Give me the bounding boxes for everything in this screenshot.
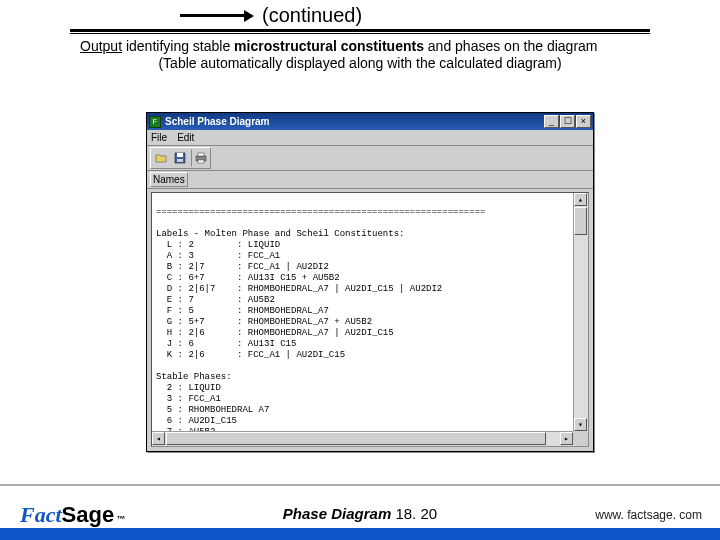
printer-icon	[195, 152, 207, 164]
vertical-scrollbar[interactable]: ▴ ▾	[573, 193, 588, 431]
app-icon: F	[149, 116, 161, 128]
continued-label: (continued)	[262, 4, 362, 27]
header-rule	[70, 29, 650, 34]
svg-rect-5	[198, 160, 204, 163]
arrow-head-icon	[244, 10, 254, 22]
arrow-line-icon	[180, 14, 244, 17]
description-line-1: Output identifying stable microstructura…	[80, 38, 650, 54]
floppy-disk-icon	[174, 152, 186, 164]
svg-rect-1	[177, 153, 183, 157]
label-row: Names	[147, 171, 593, 189]
client-area: ========================================…	[151, 192, 589, 447]
minimize-button[interactable]: _	[544, 115, 559, 128]
footer-blue-bar	[0, 528, 720, 540]
folder-open-icon	[155, 152, 167, 164]
footer-url: www. factsage. com	[595, 508, 702, 522]
menu-edit[interactable]: Edit	[177, 132, 194, 143]
scroll-down-button[interactable]: ▾	[574, 418, 587, 431]
svg-rect-4	[198, 153, 204, 156]
output-underline: Output	[80, 38, 122, 54]
save-button[interactable]	[171, 149, 189, 167]
close-button[interactable]: ×	[576, 115, 591, 128]
horizontal-scroll-thumb[interactable]	[166, 432, 546, 445]
maximize-button[interactable]: ☐	[560, 115, 575, 128]
window-title: Scheil Phase Diagram	[165, 116, 544, 127]
menubar: File Edit	[147, 130, 593, 146]
phase-diagram-label: Phase Diagram	[283, 505, 391, 522]
vertical-scroll-thumb[interactable]	[574, 207, 587, 235]
menu-file[interactable]: File	[151, 132, 167, 143]
scroll-left-button[interactable]: ◂	[152, 432, 165, 445]
print-button[interactable]	[191, 149, 209, 167]
toolbar	[147, 146, 593, 171]
description-line-2: (Table automatically displayed along wit…	[70, 55, 650, 71]
scroll-up-button[interactable]: ▴	[574, 193, 587, 206]
window-titlebar[interactable]: F Scheil Phase Diagram _ ☐ ×	[147, 113, 593, 130]
text-output-pane[interactable]: ========================================…	[152, 193, 573, 431]
microstructural-bold: microstructural constituents	[234, 38, 424, 54]
svg-rect-2	[177, 159, 183, 162]
horizontal-scrollbar[interactable]: ◂ ▸	[152, 431, 573, 446]
phase-diagram-window: F Scheil Phase Diagram _ ☐ × File Edit N…	[146, 112, 594, 452]
footer: FactSage™ Phase Diagram 18. 20 www. fact…	[0, 484, 720, 540]
continue-arrow-row: (continued)	[180, 4, 650, 27]
open-button[interactable]	[152, 149, 170, 167]
scroll-right-button[interactable]: ▸	[560, 432, 573, 445]
slide-number: 18. 20	[395, 505, 437, 522]
scrollbar-corner	[573, 431, 588, 446]
names-label: Names	[150, 172, 188, 187]
